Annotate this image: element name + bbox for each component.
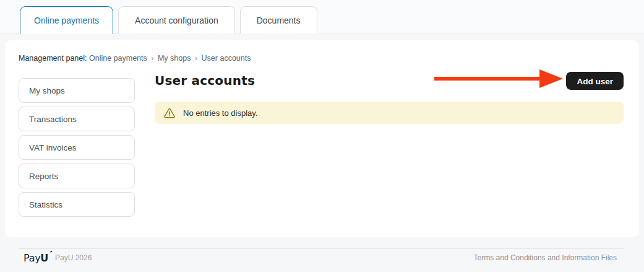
add-user-button[interactable]: Add user [566,72,624,90]
terms-link[interactable]: Terms and Conditions and Information Fil… [474,253,617,262]
sidebar-item-label: Statistics [29,200,62,209]
sidebar-item-my-shops[interactable]: My shops [19,78,135,103]
empty-state-banner: No entries to display. [155,102,624,124]
tab-documents[interactable]: Documents [240,6,317,33]
footer-left: PayU’ PayU 2026 [24,252,92,264]
page-title: User accounts [155,73,255,88]
breadcrumb-item-user-accounts: User accounts [202,54,251,63]
sidebar-item-transactions[interactable]: Transactions [19,107,135,131]
content-panel: Management panel: Online payments › My s… [5,40,639,237]
tab-account-configuration[interactable]: Account configuration [118,6,235,33]
tab-label: Documents [257,15,301,25]
payu-logo-mark: ’ [47,249,54,257]
sidebar-item-label: My shops [29,86,65,95]
breadcrumb-item-my-shops[interactable]: My shops [158,54,191,63]
empty-state-message: No entries to display. [183,108,257,118]
breadcrumb-item-online-payments[interactable]: Online payments [89,54,147,63]
breadcrumb: Management panel: Online payments › My s… [19,54,624,63]
warning-triangle-icon [164,108,175,118]
content-row: My shops Transactions VAT invoices Repor… [19,70,624,221]
sidebar-item-reports[interactable]: Reports [19,164,135,188]
breadcrumb-separator: › [149,54,155,63]
footer-divider [19,248,624,248]
tab-online-payments[interactable]: Online payments [20,6,113,34]
top-tab-bar: Online payments Account configuration Do… [0,0,644,33]
sidebar-item-statistics[interactable]: Statistics [19,192,135,217]
sidebar-item-vat-invoices[interactable]: VAT invoices [19,135,135,160]
copyright-text: PayU 2026 [55,253,92,262]
payu-logo: PayU’ [24,252,48,264]
sidebar-item-label: VAT invoices [29,143,77,152]
tab-label: Account configuration [135,15,218,25]
breadcrumb-separator: › [193,54,199,63]
sidebar-item-label: Transactions [29,115,77,124]
tab-label: Online payments [34,15,99,25]
main-content: User accounts Add user No entries to dis… [155,70,624,221]
payu-logo-pay: Pay [24,252,40,264]
sidebar-nav: My shops Transactions VAT invoices Repor… [19,78,135,221]
tab-strip: Online payments Account configuration Do… [20,6,317,33]
sidebar-item-label: Reports [29,172,58,181]
main-header-row: User accounts Add user [155,71,624,90]
breadcrumb-prefix: Management panel: [19,54,87,63]
